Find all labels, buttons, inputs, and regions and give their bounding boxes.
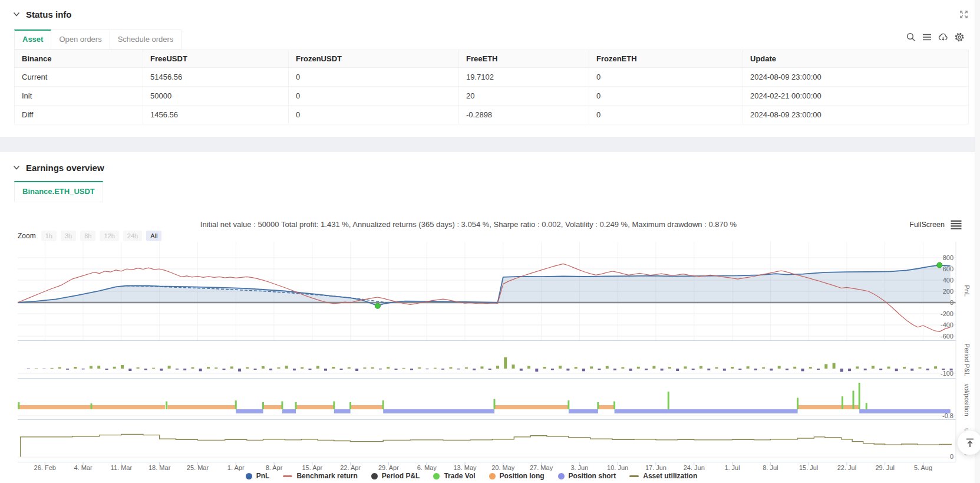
earnings-tabs: Binance.ETH_USDT: [14, 181, 103, 202]
column-header: FrozenUSDT: [289, 50, 459, 68]
legend-label: Position short: [569, 472, 616, 480]
legend-label: Trade Vol: [444, 472, 475, 480]
table-cell: 0: [589, 68, 743, 87]
legend-dot-icon: [558, 473, 565, 479]
legend-dot-icon: [246, 473, 252, 479]
legend-item-benchmark-return[interactable]: Benchmark return: [283, 472, 357, 480]
page-scrollbar[interactable]: [975, 0, 980, 483]
table-row: Current51456.56019.710202024-08-09 23:00…: [15, 68, 969, 87]
column-header: FreeETH: [459, 50, 589, 68]
column-header: FrozenETH: [589, 50, 743, 68]
table-cell: 0: [289, 106, 459, 124]
table-cell: 0: [289, 87, 459, 106]
collapse-chevron-icon[interactable]: [13, 12, 20, 17]
legend-dot-icon: [371, 473, 378, 479]
earnings-chart[interactable]: [14, 239, 969, 466]
column-header: Update: [743, 50, 969, 68]
trading-dashboard: Status info Asset Open orders Schedule o…: [0, 0, 980, 483]
section-title: Status info: [26, 9, 72, 19]
table-cell: 0: [589, 106, 743, 124]
asset-table: BinanceFreeUSDTFrozenUSDTFreeETHFrozenET…: [14, 50, 969, 124]
column-header: FreeUSDT: [143, 50, 289, 68]
cloud-download-icon[interactable]: [938, 32, 949, 42]
menu-icon[interactable]: [922, 32, 932, 42]
row-label: Init: [15, 87, 143, 106]
legend-label: Position long: [500, 472, 545, 480]
legend-dot-icon: [433, 473, 440, 479]
chart-context-menu-icon[interactable]: [951, 220, 962, 229]
table-cell: 2024-08-09 23:00:00: [743, 68, 969, 87]
arrow-up-to-line-icon: [964, 437, 976, 449]
tab-binance-eth-usdt[interactable]: Binance.ETH_USDT: [14, 181, 103, 202]
section-title: Earnings overview: [26, 163, 104, 173]
legend-label: PnL: [256, 472, 270, 480]
legend-line-icon: [283, 475, 292, 477]
table-cell: 0: [589, 87, 743, 106]
table-toolbar: [906, 32, 965, 42]
legend-label: Period P&L: [382, 472, 420, 480]
row-label[interactable]: Current: [15, 68, 143, 87]
table-header-row: BinanceFreeUSDTFrozenUSDTFreeETHFrozenET…: [15, 50, 969, 68]
column-header: Binance: [15, 50, 143, 68]
table-row: Init5000002002024-02-21 00:00:00: [15, 87, 969, 106]
chart-legend: PnLBenchmark returnPeriod P&LTrade VolPo…: [0, 472, 943, 480]
table-cell: 19.7102: [459, 68, 589, 87]
row-label: Diff: [15, 106, 143, 124]
legend-label: Asset utilization: [643, 472, 697, 480]
legend-item-asset-utilization[interactable]: Asset utilization: [629, 472, 697, 480]
table-cell: 0: [289, 68, 459, 87]
table-cell: 2024-02-21 00:00:00: [743, 87, 969, 106]
legend-item-pnl[interactable]: PnL: [246, 472, 270, 480]
status-tabs: Asset Open orders Schedule orders: [14, 29, 182, 50]
legend-item-trade-vol[interactable]: Trade Vol: [433, 472, 475, 480]
tab-schedule-orders[interactable]: Schedule orders: [110, 29, 182, 50]
legend-item-position-long[interactable]: Position long: [489, 472, 545, 480]
fullscreen-label[interactable]: FullScreen: [909, 221, 945, 229]
table-cell: 20: [459, 87, 589, 106]
status-info-header: Status info: [13, 9, 72, 19]
earnings-header: Earnings overview: [13, 163, 104, 173]
table-cell: 2024-08-09 23:00:00: [743, 106, 969, 124]
legend-item-period-p-l[interactable]: Period P&L: [371, 472, 420, 480]
collapse-chevron-icon[interactable]: [13, 165, 20, 170]
legend-label: Benchmark return: [296, 472, 357, 480]
status-info-card: Status info Asset Open orders Schedule o…: [0, 0, 980, 137]
legend-item-position-short[interactable]: Position short: [558, 472, 616, 480]
search-icon[interactable]: [906, 32, 916, 42]
gear-icon[interactable]: [954, 32, 965, 42]
tab-asset[interactable]: Asset: [14, 29, 51, 50]
legend-line-icon: [629, 475, 639, 477]
back-to-top-button[interactable]: [957, 430, 980, 455]
table-cell: 50000: [143, 87, 289, 106]
tab-open-orders[interactable]: Open orders: [51, 29, 110, 50]
table-cell: 51456.56: [143, 68, 289, 87]
table-cell: -0.2898: [459, 106, 589, 124]
fullscreen-control[interactable]: FullScreen: [909, 220, 962, 229]
legend-dot-icon: [489, 473, 496, 479]
table-cell: 1456.56: [143, 106, 289, 124]
table-row: Diff1456.560-0.289802024-08-09 23:00:00: [15, 106, 969, 124]
chart-summary-stats: Initial net value : 50000 Total profit: …: [0, 220, 937, 229]
expand-icon[interactable]: [959, 9, 969, 19]
